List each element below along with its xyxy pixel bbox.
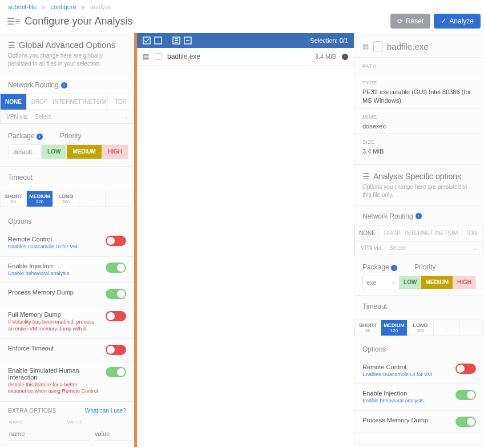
file-checkbox[interactable]: [155, 53, 162, 60]
detail-routing-tor[interactable]: TOR: [459, 225, 483, 241]
size-value: 3.4 MiB: [362, 147, 476, 156]
document-icon: [373, 41, 382, 51]
enforce-timeout-label: Enforce Timeout: [8, 345, 101, 352]
crumb-submit[interactable]: submit-file: [8, 3, 37, 10]
size-label: SIZE: [362, 139, 476, 145]
routing-inetsim[interactable]: INETSIM: [82, 94, 108, 110]
priority-low[interactable]: LOW: [42, 144, 67, 159]
selection-count: Selection: 0/1: [310, 37, 348, 44]
full-memory-toggle[interactable]: [106, 311, 126, 321]
extra-value-input[interactable]: [94, 427, 137, 441]
extra-name-input[interactable]: [8, 427, 89, 441]
simulate-human-desc: disable this feature for a better experi…: [8, 382, 101, 395]
remote-control-toggle[interactable]: [106, 236, 126, 246]
routing-internet[interactable]: INTERNET: [53, 94, 82, 110]
priority-high[interactable]: HIGH: [102, 144, 128, 159]
detail-pmem-toggle[interactable]: [455, 417, 476, 427]
detail-remote-desc: Enables Guacamole UI for VM: [362, 372, 451, 378]
refresh-icon: ⟳: [397, 17, 403, 25]
select-none-icon[interactable]: [154, 37, 162, 45]
detail-vpn-label: VPN via:: [361, 245, 389, 251]
detail-remote-label: Remote Control: [362, 364, 451, 370]
enforce-timeout-toggle[interactable]: [106, 345, 126, 355]
detail-remote-toggle[interactable]: [455, 364, 476, 374]
mime-label: MIME: [362, 114, 476, 120]
detail-timeout-label: Timeout: [354, 296, 484, 315]
detail-routing-none[interactable]: NONE: [355, 225, 380, 241]
detail-priority-medium[interactable]: MEDIUM: [421, 276, 453, 289]
detail-priority-label: Priority: [414, 263, 435, 271]
routing-tor[interactable]: TOR: [108, 94, 134, 110]
detail-package-select[interactable]: exe ⌄: [362, 276, 400, 289]
timeout-label: Timeout: [0, 167, 134, 186]
breadcrumb: submit-file » configure » analyze: [0, 0, 484, 13]
type-label: TYPE: [362, 80, 476, 86]
chevron-down-icon: ⌄: [32, 149, 37, 155]
svg-rect-0: [143, 37, 150, 44]
detail-priority-low[interactable]: LOW: [400, 276, 421, 289]
detail-timeout-custom[interactable]: ...: [434, 320, 460, 336]
svg-rect-1: [155, 37, 162, 44]
simulate-human-label: Enable Simulated Human Interaction: [8, 367, 101, 381]
extra-col-value: VALUE: [67, 419, 126, 425]
crumb-configure[interactable]: configure: [50, 3, 76, 10]
global-options-panel: ☰ Global Advanced Options Options you ch…: [0, 33, 137, 447]
sliders-icon: ☰≡: [7, 16, 20, 27]
extra-options-note: To add a new option, type the option nam…: [0, 441, 134, 447]
crumb-analyze: analyze: [90, 3, 112, 10]
expand-icon[interactable]: [172, 37, 180, 45]
mime-value: dosexec: [362, 122, 476, 131]
timeout-short[interactable]: SHORT 60: [1, 191, 27, 207]
collapse-icon[interactable]: [184, 37, 192, 45]
detail-timeout-short[interactable]: SHORT 60: [355, 320, 381, 336]
select-all-icon[interactable]: [143, 37, 151, 45]
file-detail-panel: ▦ badfile.exe PATH TYPE PE32 executable …: [354, 33, 484, 447]
file-icon: ▤: [143, 53, 149, 60]
priority-medium[interactable]: MEDIUM: [67, 144, 102, 159]
network-routing-label: Network Routing: [8, 81, 59, 89]
info-icon[interactable]: i: [342, 54, 348, 60]
check-icon: ✓: [441, 17, 446, 25]
vpn-select[interactable]: Select ⌄: [35, 114, 128, 120]
process-memory-toggle[interactable]: [106, 289, 126, 299]
extra-col-name: NAME: [9, 419, 67, 425]
info-icon[interactable]: i: [391, 265, 397, 271]
global-options-title: Global Advanced Options: [19, 40, 115, 50]
file-name: badfile.exe: [167, 53, 309, 60]
specific-options-title: Analysis Specific options: [373, 172, 461, 181]
detail-timeout-long[interactable]: LONG 300: [408, 320, 434, 336]
info-icon[interactable]: i: [416, 213, 422, 219]
extra-options-help[interactable]: What can I use?: [85, 407, 126, 414]
type-value: PE32 executable (GUI) Intel 80386 (for M…: [362, 88, 476, 106]
chevron-right-icon: »: [42, 3, 45, 10]
detail-injection-toggle[interactable]: [455, 390, 476, 400]
detail-injection-label: Enable Injection: [362, 390, 451, 397]
chevron-down-icon: ⌄: [391, 279, 396, 285]
package-label: Package: [8, 132, 35, 140]
full-memory-desc: If Volatility has been enabled, process …: [8, 319, 101, 332]
package-select[interactable]: default ⌄: [8, 144, 42, 159]
detail-routing-internet[interactable]: INTERNET: [405, 225, 434, 241]
detail-package-label: Package: [362, 263, 389, 271]
remote-control-desc: Enables Guacamole UI for VM: [8, 244, 101, 251]
detail-vpn-select[interactable]: Select ⌄: [389, 245, 478, 251]
detail-filename: badfile.exe: [387, 42, 429, 51]
detail-routing-inetsim[interactable]: INETSIM: [434, 225, 459, 241]
simulate-human-toggle[interactable]: [106, 367, 126, 377]
routing-drop[interactable]: DROP: [27, 94, 53, 110]
timeout-medium[interactable]: MEDIUM 120: [27, 191, 53, 207]
info-icon[interactable]: i: [37, 134, 43, 140]
detail-routing-drop[interactable]: DROP: [380, 225, 405, 241]
info-icon[interactable]: i: [61, 82, 67, 88]
routing-none[interactable]: NONE: [1, 94, 27, 110]
reset-button[interactable]: ⟳ Reset: [390, 14, 430, 29]
file-row[interactable]: ▤ badfile.exe 3.4 MiB i: [137, 48, 354, 66]
timeout-long[interactable]: LONG 300: [53, 191, 79, 207]
detail-timeout-medium[interactable]: MEDIUM 120: [381, 320, 408, 336]
detail-priority-high[interactable]: HIGH: [453, 276, 476, 289]
timeout-custom[interactable]: ...: [79, 191, 106, 207]
enable-injection-toggle[interactable]: [106, 263, 126, 273]
detail-injection-desc: Enable behavioral analysis.: [362, 398, 451, 405]
page-title: Configure your Analysis: [25, 15, 132, 27]
analyze-button[interactable]: ✓ Analyze: [434, 14, 481, 29]
